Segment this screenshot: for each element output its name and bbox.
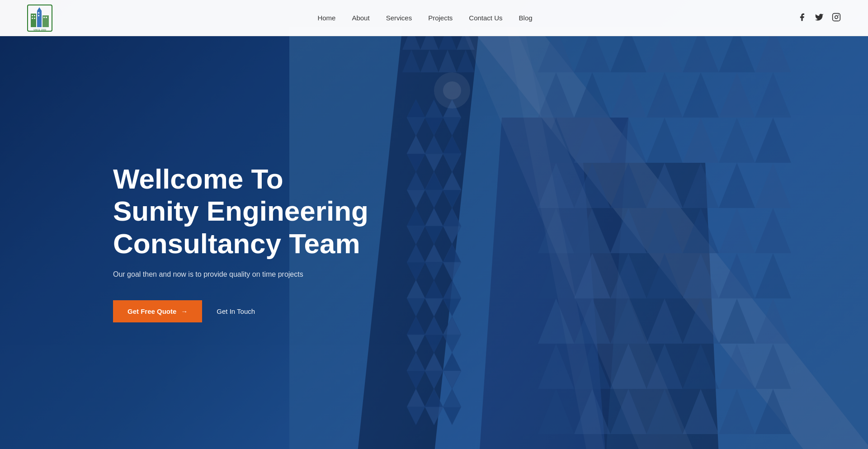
svg-rect-4 <box>32 15 33 16</box>
svg-rect-10 <box>43 17 45 18</box>
nav-links: Home About Services Projects Contact Us … <box>317 14 532 22</box>
nav-item-contact[interactable]: Contact Us <box>469 14 502 22</box>
facebook-link[interactable] <box>797 13 807 24</box>
svg-rect-5 <box>34 15 35 16</box>
social-links <box>797 13 841 24</box>
twitter-icon <box>815 13 824 22</box>
svg-rect-14 <box>833 13 840 21</box>
logo-icon: SINCE 2009 <box>27 5 52 32</box>
hero-section: Wellcome To Sunity Engineering Consultan… <box>0 0 868 449</box>
nav-item-home[interactable]: Home <box>317 14 335 22</box>
nav-item-services[interactable]: Services <box>386 14 412 22</box>
twitter-link[interactable] <box>815 13 824 24</box>
hero-title-line1: Wellcome To <box>113 163 283 194</box>
hero-content: Wellcome To Sunity Engineering Consultan… <box>0 127 368 322</box>
get-free-quote-button[interactable]: Get Free Quote → <box>113 300 202 322</box>
svg-marker-12 <box>37 7 42 11</box>
svg-rect-7 <box>34 18 35 19</box>
svg-text:SINCE 2009: SINCE 2009 <box>33 28 46 31</box>
hero-buttons: Get Free Quote → Get In Touch <box>113 300 368 322</box>
facebook-icon <box>797 13 807 22</box>
nav-item-about[interactable]: About <box>352 14 369 22</box>
nav-item-projects[interactable]: Projects <box>428 14 453 22</box>
quote-button-arrow: → <box>181 307 188 315</box>
hero-title-line2: Sunity Engineering <box>113 195 368 227</box>
nav-item-blog[interactable]: Blog <box>519 14 533 22</box>
svg-rect-6 <box>32 18 33 19</box>
navbar: SINCE 2009 Home About Services Projects … <box>0 0 868 36</box>
instagram-link[interactable] <box>832 13 841 24</box>
hero-title-line3: Consultancy Team <box>113 228 360 259</box>
svg-rect-11 <box>46 17 47 18</box>
svg-rect-9 <box>38 15 39 16</box>
logo[interactable]: SINCE 2009 <box>27 5 52 32</box>
quote-button-label: Get Free Quote <box>127 307 176 315</box>
get-in-touch-link[interactable]: Get In Touch <box>217 307 255 315</box>
instagram-icon <box>832 13 841 22</box>
svg-rect-8 <box>38 12 39 14</box>
hero-subtitle: Our goal then and now is to provide qual… <box>113 270 368 279</box>
svg-rect-1 <box>31 14 36 27</box>
hero-title: Wellcome To Sunity Engineering Consultan… <box>113 163 368 260</box>
